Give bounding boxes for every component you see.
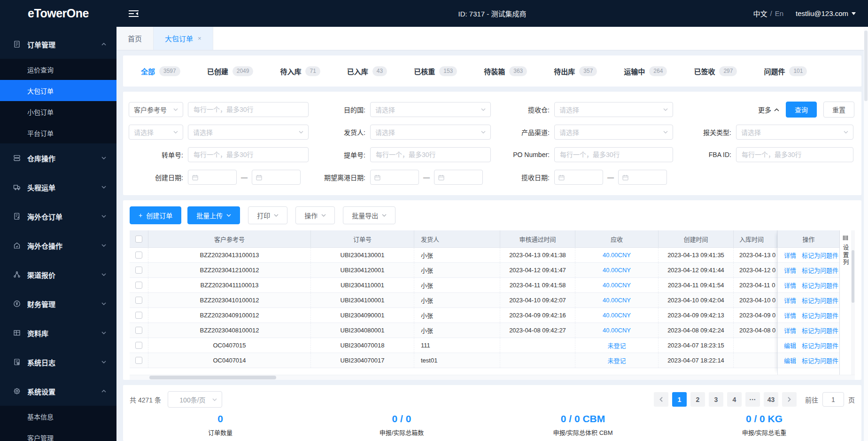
- col-header-audit-time[interactable]: 审核通过时间: [500, 230, 575, 247]
- search-button[interactable]: 查询: [786, 102, 817, 118]
- next-page-button[interactable]: [782, 392, 797, 407]
- mark-problem-link[interactable]: 标记为问题件: [802, 311, 838, 320]
- col-header-created-time[interactable]: 创建时间: [659, 230, 734, 247]
- vertical-scrollbar[interactable]: [851, 230, 855, 375]
- status-tab-weighed[interactable]: 已核重153: [414, 66, 457, 76]
- print-button[interactable]: 打印: [248, 206, 287, 224]
- create-date-end-input[interactable]: [252, 170, 301, 185]
- pickup-date-start-input[interactable]: [554, 170, 603, 185]
- shipper-select[interactable]: 请选择: [370, 125, 491, 140]
- lading-no-input[interactable]: [370, 147, 491, 162]
- po-number-input[interactable]: [554, 147, 673, 162]
- page-scrollbar[interactable]: [864, 27, 868, 441]
- row-checkbox[interactable]: [135, 312, 142, 319]
- sidebar-item-overseas-warehouse-operations[interactable]: 海外仓操作: [0, 231, 116, 260]
- receivable-link[interactable]: 未登记: [607, 341, 626, 350]
- row-checkbox[interactable]: [135, 297, 142, 304]
- tab-big-parcel-order[interactable]: 大包订单 ×: [154, 27, 213, 50]
- sidebar-item-system-settings[interactable]: 系统设置: [0, 377, 116, 406]
- sidebar-item-freight-inquiry[interactable]: 运价查询: [0, 59, 116, 80]
- sidebar-item-order-management[interactable]: 订单管理: [0, 30, 116, 59]
- sidebar-item-first-leg-waybill[interactable]: 头程运单: [0, 173, 116, 202]
- secondary-type-select[interactable]: 请选择: [129, 125, 183, 140]
- sidebar-item-overseas-warehouse-order[interactable]: 海外仓订单: [0, 202, 116, 231]
- detail-link[interactable]: 详情: [784, 296, 796, 305]
- secondary-value-select[interactable]: 请选择: [188, 125, 309, 140]
- lang-en[interactable]: En: [775, 9, 783, 17]
- batch-export-button[interactable]: 批量导出: [343, 206, 395, 224]
- close-tab-icon[interactable]: ×: [198, 35, 202, 41]
- sidebar-item-finance-management[interactable]: 财务管理: [0, 289, 116, 318]
- vertical-scrollbar-thumb[interactable]: [852, 250, 854, 303]
- prev-page-button[interactable]: [654, 392, 668, 407]
- detail-link[interactable]: 详情: [784, 311, 796, 320]
- sidebar-item-small-parcel-order[interactable]: 小包订单: [0, 101, 116, 122]
- detail-link[interactable]: 详情: [784, 266, 796, 275]
- receivable-link[interactable]: 40.00CNY: [603, 312, 631, 319]
- page-button-1[interactable]: 1: [672, 392, 687, 407]
- sidebar-item-warehouse-operations[interactable]: 仓库操作: [0, 143, 116, 173]
- ref-type-select[interactable]: 客户参考号: [129, 102, 183, 117]
- operations-button[interactable]: 操作: [295, 206, 335, 224]
- status-tab-pending-packing[interactable]: 待装箱363: [484, 66, 527, 76]
- col-header-order[interactable]: 订单号: [311, 230, 414, 247]
- page-button-last[interactable]: 43: [764, 392, 778, 407]
- status-tab-pending-outbound[interactable]: 待出库357: [554, 66, 597, 76]
- create-order-button[interactable]: + 创建订单: [130, 206, 181, 224]
- detail-link[interactable]: 详情: [784, 251, 796, 260]
- tab-home[interactable]: 首页: [116, 27, 154, 50]
- sidebar-item-basic-info[interactable]: 基本信息: [0, 406, 116, 427]
- horizontal-scrollbar-thumb[interactable]: [149, 376, 276, 379]
- row-checkbox[interactable]: [135, 282, 142, 289]
- mark-problem-link[interactable]: 标记为问题件: [802, 326, 838, 335]
- page-scrollbar-thumb[interactable]: [864, 31, 868, 101]
- product-channel-select[interactable]: 请选择: [554, 125, 673, 140]
- mark-problem-link[interactable]: 标记为问题件: [802, 341, 838, 350]
- col-header-receivable[interactable]: 应收: [575, 230, 659, 247]
- page-button-4[interactable]: 4: [727, 392, 742, 407]
- receivable-link[interactable]: 未登记: [607, 356, 626, 365]
- page-size-select[interactable]: 100条/页: [168, 391, 222, 408]
- sidebar-item-big-parcel-order[interactable]: 大包订单: [0, 80, 116, 101]
- sidebar-item-system-log[interactable]: 系统日志: [0, 347, 116, 377]
- select-all-checkbox[interactable]: [135, 236, 142, 243]
- page-ellipsis[interactable]: ···: [745, 392, 760, 407]
- transfer-no-input[interactable]: [188, 147, 309, 162]
- collapse-sidebar-icon[interactable]: [129, 10, 139, 17]
- reset-button[interactable]: 重置: [823, 102, 854, 118]
- column-settings-strip[interactable]: 设置列: [839, 230, 851, 375]
- pickup-date-end-input[interactable]: [618, 170, 667, 185]
- mark-problem-link[interactable]: 标记为问题件: [802, 281, 838, 290]
- status-tab-all[interactable]: 全部3597: [141, 66, 180, 76]
- batch-upload-button[interactable]: 批量上传: [187, 206, 240, 224]
- row-checkbox[interactable]: [135, 357, 142, 364]
- col-header-shipper[interactable]: 发货人: [414, 230, 500, 247]
- row-checkbox[interactable]: [135, 267, 142, 274]
- receivable-link[interactable]: 40.00CNY: [603, 327, 631, 334]
- mark-problem-link[interactable]: 标记为问题件: [802, 251, 838, 260]
- page-button-2[interactable]: 2: [690, 392, 705, 407]
- depart-date-end-input[interactable]: [434, 170, 483, 185]
- mark-problem-link[interactable]: 标记为问题件: [802, 266, 838, 275]
- status-tab-problem[interactable]: 问题件101: [764, 66, 807, 76]
- row-checkbox[interactable]: [135, 327, 142, 334]
- status-tab-signed[interactable]: 已签收297: [694, 66, 737, 76]
- receivable-link[interactable]: 40.00CNY: [603, 297, 631, 304]
- pickup-warehouse-select[interactable]: 请选择: [554, 102, 673, 117]
- receivable-link[interactable]: 40.00CNY: [603, 267, 631, 274]
- user-menu[interactable]: testliu@123.com: [796, 9, 856, 17]
- row-checkbox[interactable]: [135, 252, 142, 259]
- mark-problem-link[interactable]: 标记为问题件: [802, 296, 838, 305]
- page-button-3[interactable]: 3: [709, 392, 723, 407]
- detail-link[interactable]: 详情: [784, 326, 796, 335]
- row-checkbox[interactable]: [135, 342, 142, 349]
- mark-problem-link[interactable]: 标记为问题件: [802, 356, 838, 365]
- col-header-ref[interactable]: 客户参考号: [148, 230, 311, 247]
- more-filters-toggle[interactable]: 更多: [758, 105, 779, 114]
- fba-id-input[interactable]: [736, 147, 853, 162]
- status-tab-in-transit[interactable]: 运输中264: [624, 66, 667, 76]
- sidebar-item-channel-quotation[interactable]: 渠道报价: [0, 260, 116, 289]
- depart-date-start-input[interactable]: [370, 170, 419, 185]
- edit-link[interactable]: 编辑: [784, 356, 796, 365]
- detail-link[interactable]: 详情: [784, 281, 796, 290]
